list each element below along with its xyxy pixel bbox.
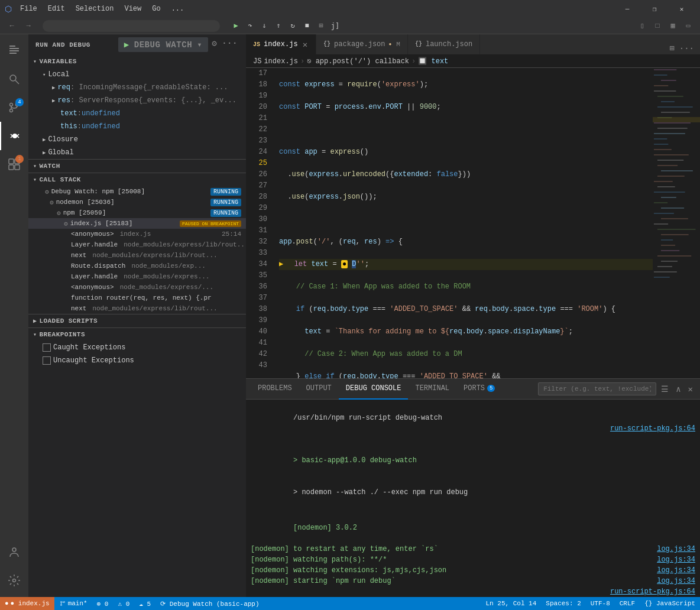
layout-toggle-2[interactable]: □ [650, 19, 665, 33]
watch-section-header[interactable]: ▾ WATCH [28, 160, 246, 173]
run-script-link-2[interactable]: run-script-pkg.js:64 [610, 586, 695, 597]
caught-exceptions-checkbox[interactable] [43, 343, 51, 352]
activity-account[interactable] [0, 538, 28, 566]
status-errors[interactable]: ⊗ 0 [92, 597, 114, 610]
status-position[interactable]: Ln 25, Col 14 [481, 597, 542, 610]
panel-collapse-icon[interactable]: ∧ [673, 383, 683, 395]
debug-extra-button[interactable]: ⊞ [315, 20, 328, 33]
tab-launch-json[interactable]: {} launch.json [408, 34, 480, 54]
var-res[interactable]: ▶ res : ServerResponse {_events: {...}, … [28, 94, 246, 107]
breadcrumb-fn[interactable]: ⎋ app.post('/') callback [307, 57, 409, 66]
debug-restart-button[interactable]: ↻ [286, 20, 299, 33]
layout-toggle-3[interactable]: ▦ [666, 19, 680, 33]
debug-step-into-button[interactable]: ⇓ [258, 20, 271, 33]
callstack-layer-handle-1[interactable]: Layer.handle node_modules/express/lib/ro… [28, 239, 246, 250]
callstack-item-debug-watch[interactable]: ⚙ Debug Watch: npm [25008] RUNNING [28, 186, 246, 197]
log-link-3[interactable]: log.js:34 [657, 565, 695, 576]
var-text[interactable]: text : undefined [28, 107, 246, 120]
status-line-ending[interactable]: CRLF [615, 597, 640, 610]
panel-tab-debug-console[interactable]: DEBUG CONSOLE [339, 379, 409, 400]
closure-header[interactable]: ▶ Closure [28, 133, 246, 146]
log-link-4[interactable]: log.js:34 [657, 576, 695, 586]
menu-view[interactable]: View [119, 4, 146, 14]
panel-tab-terminal[interactable]: TERMINAL [408, 379, 456, 400]
breakpoints-section-header[interactable]: ▾ BREAKPOINTS [28, 328, 246, 341]
more-actions-icon[interactable]: ··· [678, 43, 695, 54]
debug-stop-button[interactable]: ■ [300, 20, 313, 33]
uncaught-exceptions-item[interactable]: Uncaught Exceptions [28, 354, 246, 367]
callstack-item-npm[interactable]: ⚙ npm [25059] RUNNING [28, 207, 246, 218]
activity-settings[interactable] [0, 566, 28, 595]
status-debug-session[interactable]: ☁ 5 [134, 597, 155, 610]
status-debug-file[interactable]: ● ● index.js [0, 597, 54, 610]
tab-package-json[interactable]: {} package.json ● M [316, 34, 408, 54]
back-button[interactable]: ← [5, 19, 19, 33]
callstack-next-1[interactable]: next node_modules/express/lib/rout... [28, 250, 246, 261]
callstack-item-nodemon[interactable]: ⚙ nodemon [25036] RUNNING [28, 197, 246, 207]
breadcrumb-file-label[interactable]: index.js [264, 57, 298, 66]
status-language[interactable]: {} JavaScript [640, 597, 700, 610]
sidebar-gear-icon[interactable]: ⚙ [210, 37, 218, 52]
status-encoding[interactable]: UTF-8 [586, 597, 615, 610]
menu-file[interactable]: File [15, 4, 42, 14]
debug-dropdown[interactable]: ▶ Debug Watch ▾ [118, 37, 208, 52]
activity-git[interactable]: 4 [0, 93, 28, 122]
panel-tab-ports[interactable]: PORTS 5 [456, 379, 502, 400]
breadcrumb-file[interactable]: JS [253, 57, 261, 66]
menu-selection[interactable]: Selection [71, 4, 119, 14]
log-link-1[interactable]: log.js:34 [657, 544, 695, 554]
panel-filter-input[interactable] [538, 382, 656, 395]
loaded-scripts-header[interactable]: ▶ LOADED SCRIPTS [28, 314, 246, 327]
callstack-next-2[interactable]: next node_modules/express/lib/rout... [28, 303, 246, 314]
run-script-link-1[interactable]: run-script-pkg.js:64 [610, 423, 695, 434]
local-header[interactable]: ▾ Local [28, 68, 246, 81]
debug-step-over-button[interactable]: ↷ [244, 20, 257, 33]
panel-tab-output[interactable]: OUTPUT [299, 379, 339, 400]
panel-tab-problems[interactable]: PROBLEMS [251, 379, 299, 400]
var-req[interactable]: ▶ req : IncomingMessage {_readableState:… [28, 81, 246, 94]
status-debug-watch[interactable]: ⟳ Debug Watch (basic-app) [155, 597, 264, 610]
log-link-2[interactable]: log.js:34 [657, 554, 695, 565]
status-warnings[interactable]: ⚠ 0 [113, 597, 134, 610]
callstack-route-dispatch[interactable]: Route.dispatch node_modules/exp... [28, 261, 246, 271]
panel-list-view-icon[interactable]: ☰ [659, 383, 671, 395]
maximize-button[interactable]: ❐ [641, 0, 668, 18]
close-button[interactable]: ✕ [668, 0, 695, 18]
debug-continue-button[interactable]: ▶ [229, 20, 242, 33]
status-spaces[interactable]: Spaces: 2 [541, 597, 585, 610]
menu-edit[interactable]: Edit [43, 4, 70, 14]
tab-index-js[interactable]: JS index.js ✕ [246, 34, 316, 54]
variables-section-header[interactable]: ▾ VARIABLES [28, 55, 246, 68]
minimize-button[interactable]: — [614, 0, 641, 18]
menu-more[interactable]: ... [167, 4, 189, 14]
panel-close-icon[interactable]: ✕ [686, 383, 695, 395]
callstack-layer-handle-2[interactable]: Layer.handle node_modules/expres... [28, 271, 246, 282]
status-branch[interactable]: main* [54, 597, 92, 610]
activity-search[interactable] [0, 65, 28, 93]
callstack-anonymous-2[interactable]: <anonymous> node_modules/express/... [28, 282, 246, 293]
var-this[interactable]: this : undefined [28, 120, 246, 133]
callstack-item-index[interactable]: ⚙ index.js [25183] PAUSED ON BREAKPOINT [28, 218, 246, 229]
sidebar-more-icon[interactable]: ··· [221, 37, 239, 52]
tab-index-js-close[interactable]: ✕ [302, 40, 309, 50]
debug-step-out-button[interactable]: ⇑ [272, 20, 285, 33]
activity-explorer[interactable] [0, 37, 28, 65]
callstack-anonymous-1[interactable]: <anonymous> index.js 25:14 [28, 229, 246, 239]
forward-button[interactable]: → [21, 19, 35, 33]
callstack-router-fn[interactable]: function router(req, res, next) {.pr [28, 293, 246, 303]
menu-go[interactable]: Go [147, 4, 165, 14]
search-bar[interactable] [43, 20, 220, 32]
layout-toggle-4[interactable]: ▭ [681, 19, 695, 33]
code-editor[interactable]: 17181920 21222324 252627 28293031 323334… [246, 68, 653, 378]
layout-toggle-1[interactable]: ▯ [635, 19, 649, 33]
global-header[interactable]: ▶ Global [28, 146, 246, 159]
breadcrumb-var[interactable]: 🔲 text [418, 57, 448, 66]
uncaught-exceptions-checkbox[interactable] [43, 356, 51, 365]
layer-handle-1-file: node_modules/express/lib/rout... [124, 241, 246, 248]
split-editor-icon[interactable]: ⊞ [668, 42, 675, 54]
next-1-file: node_modules/express/lib/rout... [92, 252, 217, 259]
activity-extensions[interactable]: 1 [0, 150, 28, 179]
caught-exceptions-item[interactable]: Caught Exceptions [28, 341, 246, 354]
activity-debug[interactable] [0, 122, 28, 150]
callstack-section-header[interactable]: ▾ CALL STACK [28, 173, 246, 186]
